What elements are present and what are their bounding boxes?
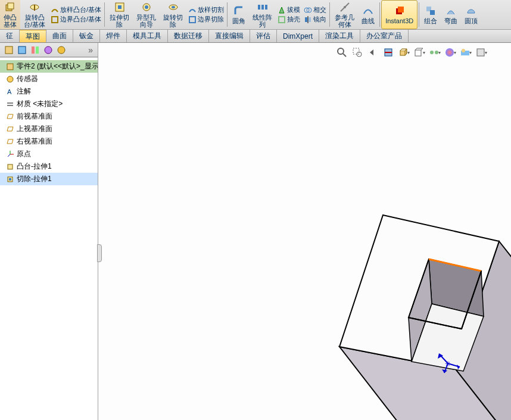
boundary-boss-button[interactable]: 边界凸台/基体 — [51, 15, 101, 24]
ref-geom-icon — [339, 1, 351, 13]
fillet-button[interactable]: 圆角 — [229, 0, 249, 29]
panel-collapse-button[interactable]: » — [86, 45, 95, 55]
shell-button[interactable]: 抽壳 — [278, 15, 300, 24]
label: 旋转凸台/基体 — [24, 14, 45, 28]
ref-geom-button[interactable]: 参考几何体 — [331, 0, 358, 29]
tab-data-migration[interactable]: 数据迁移 — [168, 30, 209, 42]
tree-boss-extrude1[interactable]: 凸台-拉伸1 — [0, 160, 98, 173]
dome-icon — [465, 5, 477, 17]
tab-sketch[interactable]: 草图 — [20, 30, 46, 42]
revolve-cut-button[interactable]: 旋转切除 — [160, 0, 186, 29]
label: 异型孔向导 — [136, 14, 156, 28]
annotation-icon: A — [6, 88, 14, 96]
dimxpert-manager-tab[interactable] — [43, 45, 54, 55]
tree-material[interactable]: 材质 <未指定> — [0, 98, 98, 110]
tree-top-plane[interactable]: 上视基准面 — [0, 123, 98, 135]
loft-boss-button[interactable]: 放样凸台/基体 — [51, 5, 101, 15]
label: 相交 — [313, 5, 326, 14]
cut-stack: 放样切割 边界切除 — [186, 0, 226, 29]
tree-root[interactable]: 零件2 (默认<<默认>_显示状态 — [0, 60, 98, 73]
edit-appearance-button[interactable]: ▾ — [444, 46, 456, 58]
linear-pattern-button[interactable]: 线性阵列 — [249, 0, 276, 29]
label: 原点 — [17, 149, 31, 159]
tree-annotations[interactable]: A注解 — [0, 85, 98, 98]
display-manager-icon — [57, 45, 66, 55]
command-toolbar: 伸凸基体 旋转凸台/基体 放样凸台/基体 边界凸台/基体 拉伸切除 异型孔向导 … — [0, 0, 511, 30]
revolve-boss-button[interactable]: 旋转凸台/基体 — [20, 0, 49, 29]
svg-point-54 — [445, 48, 454, 57]
label: 伸凸基体 — [4, 14, 17, 28]
tab-direct-edit[interactable]: 直接编辑 — [209, 30, 250, 42]
tree-front-plane[interactable]: 前视基准面 — [0, 110, 98, 123]
section-view-button[interactable] — [382, 46, 394, 58]
tree-cut-extrude1[interactable]: 切除-拉伸1 — [0, 173, 98, 185]
tab-surfaces[interactable]: 曲面 — [46, 30, 73, 42]
svg-rect-51 — [415, 50, 421, 56]
svg-rect-19 — [309, 17, 311, 22]
tab-dimxpert[interactable]: DimXpert — [277, 30, 319, 42]
svg-rect-33 — [7, 64, 13, 70]
svg-point-31 — [45, 46, 52, 54]
tab-weldments[interactable]: 焊件 — [100, 30, 127, 42]
label: 参考几何体 — [335, 14, 354, 28]
graphics-viewport[interactable]: ▾ ▾ ▾ ▾ ▾ ▾ — [98, 43, 511, 420]
tree-right-plane[interactable]: 右视基准面 — [0, 135, 98, 148]
svg-rect-6 — [118, 5, 121, 9]
feature-manager-tab[interactable] — [4, 45, 14, 55]
draft-button[interactable]: 拔模 — [278, 5, 300, 15]
hole-wizard-button[interactable]: 异型孔向导 — [133, 0, 160, 29]
extrude-cut-icon — [114, 1, 126, 13]
apply-scene-button[interactable]: ▾ — [460, 46, 472, 58]
tree-origin[interactable]: 原点 — [0, 148, 98, 160]
view-settings-button[interactable]: ▾ — [475, 46, 487, 58]
extrude-boss-button[interactable]: 伸凸基体 — [0, 0, 20, 29]
intersect-button[interactable]: 相交 — [304, 5, 326, 15]
svg-line-40 — [8, 154, 10, 157]
curves-button[interactable]: 曲线 — [358, 0, 378, 29]
tab-evaluate[interactable]: 评估 — [250, 30, 277, 42]
tab-render-tools[interactable]: 渲染工具 — [319, 30, 360, 42]
tab-office-products[interactable]: 办公室产品 — [360, 30, 409, 42]
property-manager-tab[interactable] — [17, 45, 27, 55]
svg-rect-12 — [258, 5, 260, 10]
combine-button[interactable]: 组合 — [420, 0, 441, 29]
previous-view-button[interactable] — [367, 46, 379, 58]
panel-resize-handle[interactable] — [97, 244, 102, 262]
zoom-area-button[interactable] — [351, 46, 363, 58]
tab-features[interactable]: 征 — [0, 30, 20, 42]
svg-rect-43 — [9, 178, 11, 181]
label: 边界凸台/基体 — [60, 15, 101, 24]
display-manager-tab[interactable] — [56, 45, 67, 55]
dome-button[interactable]: 圆顶 — [461, 0, 481, 29]
dimxpert-icon — [43, 45, 53, 55]
instant3d-button[interactable]: Instant3D — [381, 0, 417, 29]
tree-sensors[interactable]: 传感器 — [0, 73, 98, 85]
boundary-cut-button[interactable]: 边界切除 — [188, 15, 224, 24]
sensor-icon — [6, 75, 14, 83]
cut-icon — [6, 175, 14, 183]
loft-icon — [51, 6, 59, 14]
config-manager-tab[interactable] — [30, 45, 40, 55]
display-style-icon — [413, 47, 423, 58]
extrude-cut-button[interactable]: 拉伸切除 — [106, 0, 133, 29]
label: Instant3D — [385, 17, 413, 24]
svg-point-32 — [58, 46, 65, 54]
plane-icon — [6, 138, 14, 146]
svg-rect-1 — [8, 3, 14, 9]
label: 镜向 — [313, 15, 326, 24]
flex-button[interactable]: 弯曲 — [441, 0, 461, 29]
svg-point-34 — [7, 76, 13, 82]
display-style-button[interactable]: ▾ — [413, 46, 425, 58]
view-orientation-icon — [398, 47, 407, 58]
loft-cut-button[interactable]: 放样切割 — [188, 5, 224, 15]
zoom-fit-button[interactable] — [336, 46, 348, 58]
svg-point-10 — [172, 6, 175, 8]
mirror-button[interactable]: 镜向 — [304, 15, 326, 24]
svg-point-52 — [430, 51, 434, 54]
label: 边界切除 — [198, 15, 224, 24]
label: 前视基准面 — [17, 111, 52, 122]
view-orientation-button[interactable]: ▾ — [398, 46, 410, 58]
hide-show-button[interactable]: ▾ — [429, 46, 441, 58]
tab-mold-tools[interactable]: 模具工具 — [127, 30, 168, 42]
tab-sheetmetal[interactable]: 钣金 — [73, 30, 100, 42]
